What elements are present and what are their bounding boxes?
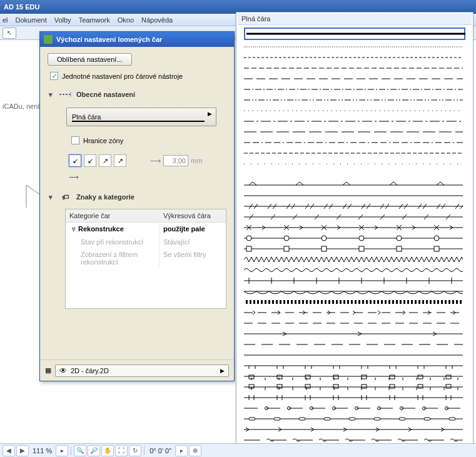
menu-item[interactable]: Dokument: [16, 16, 47, 24]
svg-rect-79: [244, 300, 246, 304]
line-style-option[interactable]: [244, 96, 465, 104]
line-style-option[interactable]: [244, 426, 465, 433]
line-style-option[interactable]: [244, 298, 465, 306]
arrowhead-option-2[interactable]: ↙: [84, 154, 96, 167]
line-style-option[interactable]: [244, 107, 465, 114]
line-style-option[interactable]: [244, 309, 465, 316]
svg-rect-136: [458, 300, 460, 304]
line-style-option[interactable]: [244, 383, 465, 391]
row-expander-icon[interactable]: ▿: [69, 225, 78, 233]
line-style-option[interactable]: [244, 160, 465, 168]
angle-button[interactable]: ▸: [175, 445, 188, 456]
svg-rect-102: [330, 300, 332, 304]
menu-item[interactable]: Nápověda: [141, 16, 173, 24]
app-title: AD 15 EDU: [4, 3, 39, 11]
line-style-option[interactable]: [244, 43, 465, 51]
zoom-value[interactable]: 111 %: [30, 447, 54, 454]
tool-cursor-icon[interactable]: ↖: [3, 28, 16, 39]
unified-settings-checkbox-row[interactable]: ✓ Jednotné nastavení pro čárové nástroje: [50, 72, 226, 80]
fit-button[interactable]: ⛶: [115, 445, 128, 456]
line-style-option[interactable]: [244, 171, 465, 178]
favorites-button[interactable]: Oblíbená nastavení...: [48, 53, 132, 66]
line-style-option[interactable]: [244, 139, 465, 146]
general-section-header[interactable]: ▾ Obecné nastavení: [48, 90, 226, 99]
svg-rect-84: [263, 300, 265, 304]
zoom-dropdown-button[interactable]: ▸: [56, 445, 68, 456]
svg-rect-246: [424, 418, 430, 420]
categories-section-header[interactable]: ▾ 🏷 Znaky a kategorie: [48, 193, 226, 201]
arrowhead-option-4[interactable]: ↗: [114, 154, 126, 167]
unified-settings-checkbox[interactable]: ✓: [50, 72, 58, 80]
secondary-arrow-icon[interactable]: ⟶: [69, 173, 226, 181]
line-style-option[interactable]: [244, 394, 465, 401]
line-style-option[interactable]: [244, 64, 465, 72]
svg-rect-92: [293, 300, 295, 304]
line-style-option[interactable]: [244, 256, 465, 263]
line-style-option[interactable]: [244, 288, 465, 295]
dialog-title-bar[interactable]: Výchozí nastavení lomených čar: [40, 32, 234, 47]
svg-rect-94: [300, 300, 302, 304]
snap-button[interactable]: ⊕: [189, 445, 201, 456]
menu-leading[interactable]: el: [3, 16, 8, 24]
line-style-option[interactable]: [244, 181, 465, 189]
line-type-selector[interactable]: Plná čára ▶: [66, 108, 216, 126]
line-style-option[interactable]: [244, 234, 465, 242]
line-style-option[interactable]: [244, 86, 465, 93]
line-style-option[interactable]: [244, 203, 465, 210]
arrowhead-option-1[interactable]: ↙: [69, 154, 81, 167]
arrowhead-option-3[interactable]: ↗: [99, 154, 111, 167]
line-style-option[interactable]: [244, 319, 465, 327]
categories-col1-header[interactable]: Kategorie čar: [66, 209, 160, 223]
line-style-option[interactable]: [244, 28, 465, 40]
table-row[interactable]: Zobrazení s filtrem rekonstrukcí Se všem…: [66, 248, 226, 268]
line-style-option[interactable]: [244, 224, 465, 231]
arrowhead-size-input[interactable]: [163, 155, 188, 166]
line-style-option[interactable]: [244, 351, 465, 359]
angle-value[interactable]: 0° 0' 0": [147, 447, 174, 454]
svg-rect-96: [308, 300, 310, 304]
line-style-option[interactable]: [244, 362, 465, 369]
line-style-option[interactable]: [244, 404, 465, 412]
nav-next-button[interactable]: ▶: [16, 445, 29, 456]
line-style-option[interactable]: [244, 245, 465, 253]
zone-boundary-checkbox[interactable]: [71, 136, 79, 144]
disclosure-down-icon[interactable]: ▾: [48, 91, 54, 99]
line-style-option[interactable]: [244, 149, 465, 157]
menu-item[interactable]: Volby: [54, 16, 71, 24]
svg-rect-65: [434, 246, 439, 251]
line-style-option[interactable]: [244, 266, 465, 274]
nav-prev-button[interactable]: ◀: [3, 445, 15, 456]
line-style-option[interactable]: [244, 213, 465, 221]
svg-rect-103: [334, 300, 336, 304]
menu-item[interactable]: Okno: [118, 16, 134, 24]
zoom-out-button[interactable]: 🔎: [88, 445, 100, 456]
layer-selector[interactable]: 👁 2D - čáry.2D ▶: [55, 364, 229, 377]
line-style-option[interactable]: [244, 415, 465, 423]
svg-rect-131: [439, 300, 441, 304]
line-style-option[interactable]: [244, 75, 465, 83]
svg-point-55: [322, 236, 327, 241]
line-style-option[interactable]: [244, 373, 465, 380]
menu-item[interactable]: Teamwork: [79, 16, 110, 24]
line-style-option[interactable]: [244, 54, 465, 61]
svg-rect-245: [399, 418, 405, 420]
svg-rect-134: [450, 300, 452, 304]
zoom-in-button[interactable]: 🔍: [74, 445, 86, 456]
svg-rect-108: [353, 300, 355, 304]
dialog-title-text: Výchozí nastavení lomených čar: [56, 36, 162, 43]
categories-col2-header[interactable]: Výkresová čára: [160, 209, 226, 223]
line-style-option[interactable]: [244, 118, 465, 125]
line-style-option[interactable]: [244, 192, 465, 199]
pan-button[interactable]: ✋: [101, 445, 114, 456]
table-row[interactable]: Stav při rekonstrukci Stávající: [66, 236, 226, 248]
line-style-option[interactable]: [244, 341, 465, 348]
zone-boundary-checkbox-row[interactable]: Hranice zóny: [71, 136, 226, 144]
line-style-option[interactable]: [244, 128, 465, 136]
orbit-button[interactable]: ↻: [129, 445, 141, 456]
table-row[interactable]: ▿Rekonstrukce použijte pale: [66, 223, 226, 236]
layer-icon[interactable]: ▦: [45, 366, 51, 374]
line-style-option[interactable]: [244, 277, 465, 284]
line-style-option[interactable]: [244, 330, 465, 338]
svg-rect-104: [338, 300, 340, 304]
disclosure-down-icon[interactable]: ▾: [48, 193, 54, 201]
